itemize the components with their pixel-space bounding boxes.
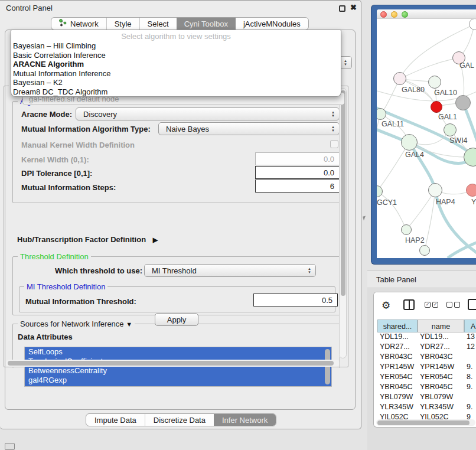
network-view-window: GAL GAL80 GAL10 GAL1 (377, 9, 476, 258)
close-window-icon[interactable] (380, 11, 387, 18)
table-panel-header: Table Panel (367, 270, 476, 288)
network-node[interactable] (393, 72, 406, 85)
tab-network[interactable]: Network (51, 18, 106, 30)
table-rows: YDL19... YDL19... 13 YDR27... YDR27... 1… (377, 332, 476, 423)
tab-jactivemodules[interactable]: jActiveMNodules (236, 18, 308, 30)
aracne-mode-combo[interactable]: Discovery ▲▼ (76, 107, 340, 120)
settings-vertical-scrollbar-thumb[interactable] (341, 90, 345, 296)
column-header-shared-name[interactable]: shared... (377, 319, 418, 332)
table-row[interactable]: YPR145W YPR145W 9. (377, 363, 476, 373)
algorithm-definition-group: Algorithm Definition Aracne Mode: Discov… (12, 101, 340, 203)
mi-threshold-field[interactable]: 0.5 (253, 294, 338, 306)
zoom-window-icon[interactable] (402, 11, 408, 18)
column-header-partial[interactable]: A (464, 319, 476, 332)
kernel-width-label: Kernel Width (0,1): (21, 155, 89, 164)
column-header-name[interactable]: name (418, 319, 464, 332)
settings-vertical-scrollbar-track[interactable] (339, 88, 347, 358)
gear-icon[interactable]: ⚙ (382, 299, 390, 312)
attribute-list-item[interactable]: BetweennessCentrality (25, 366, 331, 376)
network-node-label: GAL (459, 61, 474, 70)
apply-button[interactable]: Apply (155, 313, 198, 326)
algorithm-option[interactable]: ARACNE Algorithm (11, 60, 341, 69)
table-row[interactable]: YDL19... YDL19... 13 (377, 332, 476, 343)
attribute-list-item[interactable]: gal4RGexp (25, 376, 331, 385)
table-toolbar: ⚙ ✓ ✓ (374, 292, 476, 318)
hub-definition-expander[interactable]: Hub/Transcription Factor Definition ▶ (17, 235, 158, 244)
table-row[interactable]: YBR043C YBR043C (377, 353, 476, 363)
close-panel-icon[interactable]: ✖ (350, 3, 357, 12)
network-node-label: GAL11 (382, 120, 404, 128)
select-all-columns-icon[interactable]: ✓ ✓ (425, 302, 438, 308)
tab-infer-network[interactable]: Infer Network (214, 414, 276, 426)
mi-threshold-group-title: MI Threshold Definition (24, 282, 107, 291)
algorithm-option[interactable]: Mutual Information Inference (11, 69, 341, 79)
algorithm-option[interactable]: Basic Correlation Inference (11, 51, 341, 60)
table-header-row: shared... name A (377, 319, 476, 332)
tab-cyni-toolbox[interactable]: Cyni Toolbox (177, 18, 236, 30)
unchecked-box-icon (454, 302, 460, 308)
table-panel-body: ⚙ ✓ ✓ shared... name A YDL19... YDL19... (367, 288, 476, 450)
float-panel-icon[interactable] (339, 5, 345, 12)
columns-icon[interactable] (403, 299, 415, 310)
mi-steps-field[interactable]: 6 (255, 180, 340, 193)
minimize-window-icon[interactable] (391, 11, 397, 18)
threshold-definition-group: Threshold Definition Which threshold to … (12, 256, 340, 315)
threshold-definition-title: Threshold Definition (18, 252, 91, 261)
algorithm-dropdown-popup: Select algorithm to view settings Bayesi… (11, 30, 341, 97)
table-horizontal-scrollbar-thumb[interactable] (377, 420, 470, 425)
algorithm-option[interactable]: Dream8 DC_TDC Algorithm (11, 87, 341, 97)
mi-threshold-group: MI Threshold Definition Mutual Informati… (19, 286, 335, 312)
network-node[interactable] (419, 245, 430, 256)
aracne-mode-label: Aracne Mode: (21, 110, 72, 119)
bottom-tabbar: Impute Data Discretize Data Infer Networ… (86, 413, 276, 426)
table-row[interactable]: YBL079W YBL079W (377, 393, 476, 403)
tab-style[interactable]: Style (106, 18, 139, 30)
mi-steps-label: Mutual Information Steps: (21, 183, 116, 192)
tab-impute-data[interactable]: Impute Data (86, 414, 145, 426)
expand-right-icon: ▶ (153, 236, 158, 243)
table-row[interactable]: YDR27... YDR27... 12 (377, 343, 476, 353)
which-threshold-combo[interactable]: MI Threshold ▲▼ (144, 264, 316, 277)
attribute-list-item[interactable]: SelfLoops (25, 347, 331, 357)
settings-horizontal-scrollbar-thumb[interactable] (8, 361, 334, 366)
kernel-width-field[interactable]: 0.0 (255, 152, 340, 165)
network-node[interactable] (428, 76, 441, 89)
network-node-label: HAP4 (436, 198, 455, 206)
tab-discretize-data[interactable]: Discretize Data (145, 414, 214, 426)
table-horizontal-scrollbar[interactable] (376, 419, 475, 426)
node-table: ⚙ ✓ ✓ shared... name A YDL19... YDL19... (373, 292, 476, 428)
network-node[interactable] (444, 123, 457, 136)
sources-group-title: Sources for Network Inference ▼ (18, 319, 135, 328)
settings-horizontal-scrollbar-track[interactable] (6, 360, 340, 367)
top-tabbar: Network Style Select Cyni Toolbox jActiv… (51, 17, 309, 30)
network-node[interactable] (466, 184, 476, 197)
combo-spinner-icon: ▲▼ (344, 59, 347, 66)
network-node[interactable] (401, 224, 412, 235)
which-threshold-spinner-icon: ▲▼ (308, 267, 311, 274)
network-node[interactable] (428, 183, 442, 197)
unselect-all-columns-icon[interactable] (446, 302, 460, 308)
attribute-list-item-partial (25, 385, 331, 387)
algorithm-option[interactable]: Bayesian – Hill Climbing (11, 41, 341, 51)
table-row[interactable]: YBR045C YBR045C 9. (377, 383, 476, 393)
network-node-label: Y (471, 198, 476, 206)
network-node[interactable] (401, 134, 418, 151)
export-table-icon[interactable] (468, 299, 476, 310)
network-node[interactable] (455, 95, 471, 110)
manual-kernel-label: Manual Kernel Width Definition (21, 141, 135, 149)
minimized-panel-icon[interactable] (5, 443, 15, 450)
network-node[interactable] (431, 101, 442, 113)
table-row[interactable]: YER054C YER054C 8. (377, 373, 476, 383)
network-canvas[interactable]: GAL GAL80 GAL10 GAL1 (377, 19, 476, 258)
manual-kernel-checkbox[interactable] (330, 140, 338, 148)
dpi-tolerance-field[interactable]: 0.0 (255, 166, 340, 179)
mi-type-combo[interactable]: Naive Bayes ▲▼ (158, 122, 340, 135)
list-vertical-scrollbar[interactable] (325, 349, 330, 384)
collapse-down-icon: ▼ (126, 321, 132, 328)
table-row[interactable]: YLR345W YLR345W 9. (377, 403, 476, 413)
algorithm-option[interactable]: Bayesian – K2 (11, 78, 341, 87)
tab-select[interactable]: Select (139, 18, 177, 30)
data-attributes-label: Data Attributes (18, 332, 73, 341)
dpi-tolerance-label: DPI Tolerance [0,1]: (21, 169, 92, 178)
network-window-titlebar (377, 9, 476, 19)
